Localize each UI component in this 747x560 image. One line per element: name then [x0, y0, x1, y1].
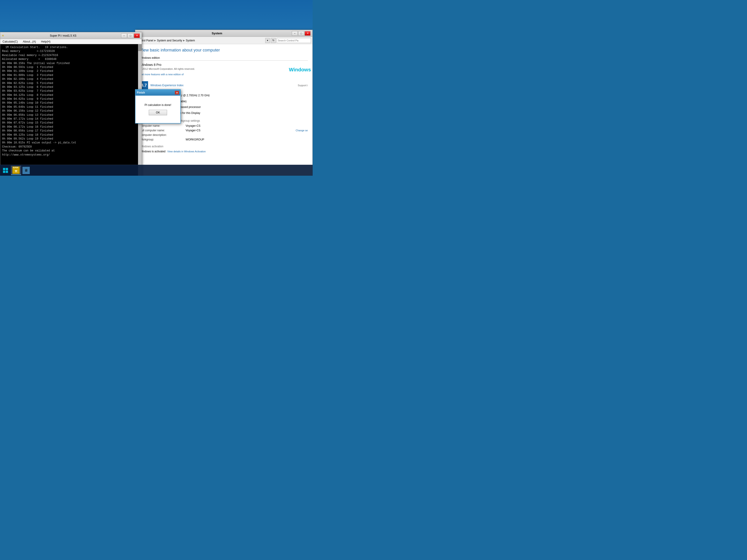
maximize-button[interactable]: □: [127, 33, 133, 38]
taskbar-second-item[interactable]: 🖥: [21, 166, 31, 175]
superpi-window-title: Super PI / mod1.5 XS: [5, 34, 121, 37]
breadcrumb-systemsecurity-label: System and Security: [157, 39, 182, 42]
finish-dialog-message: PI calculation is done!: [145, 103, 172, 107]
breadcrumb-sep-2: ▶: [183, 39, 185, 42]
superpi-pi-symbol: π: [15, 169, 18, 173]
activation-link[interactable]: View details in Windows Activation: [167, 150, 206, 153]
minimize-button[interactable]: −: [121, 33, 127, 38]
windows-edition-section: Windows 8 Pro © 2012 Microsoft Corporati…: [140, 63, 308, 77]
edition-name: Windows 8 Pro: [140, 63, 286, 66]
activation-section-header: Windows activation: [140, 145, 308, 148]
sys-minimize-button[interactable]: −: [292, 31, 298, 36]
full-name-label: Full computer name:: [140, 129, 186, 132]
description-label: Computer description:: [140, 133, 186, 137]
superpi-taskbar-icon: SUPER π: [12, 166, 20, 174]
breadcrumb-system-label: System: [186, 39, 195, 42]
system-titlebar[interactable]: 🖥 System − □ ✕: [135, 30, 312, 37]
start-pane-1: [3, 168, 5, 170]
taskbar-superpi-item[interactable]: SUPER π: [11, 166, 21, 175]
workgroup-label: Workgroup:: [140, 138, 186, 141]
start-pane-2: [6, 168, 8, 170]
finish-dialog-close-button[interactable]: ✕: [175, 91, 179, 95]
superpi-window-controls: − □ ✕: [121, 33, 140, 38]
refresh-button[interactable]: ↻: [271, 38, 276, 43]
breadcrumb-system[interactable]: System: [186, 39, 195, 42]
superpi-window: π Super PI / mod1.5 XS − □ ✕ Calculate(C…: [0, 32, 142, 176]
superpi-menu: Calculate(C) About...(A) Help(H): [0, 39, 141, 44]
workgroup-value: WORKGROUP: [186, 138, 308, 141]
activation-row: Windows is activated View details in Win…: [140, 150, 308, 153]
close-button[interactable]: ✕: [134, 33, 140, 38]
superpi-output: 1M Calculation Start. 19 iterations.Real…: [0, 44, 141, 176]
sys-close-button[interactable]: ✕: [305, 31, 311, 36]
edition-copyright: © 2012 Microsoft Corporation. All rights…: [140, 68, 286, 70]
taskbar-second-icon: 🖥: [22, 167, 30, 174]
upgrade-link[interactable]: Get more features with a new edition of: [140, 73, 184, 76]
superpi-icon-small: π: [2, 34, 4, 37]
description-row: Computer description:: [140, 133, 308, 137]
finish-dialog: Finish ✕ PI calculation is done! OK: [135, 89, 181, 124]
activation-section: Windows activation Windows is activated …: [140, 145, 308, 153]
taskbar: SUPER π 🖥: [0, 165, 313, 176]
menu-help[interactable]: Help(H): [40, 39, 52, 44]
finish-dialog-ok-button[interactable]: OK: [149, 110, 167, 115]
system-window-title: System: [142, 32, 292, 35]
menu-about[interactable]: About...(A): [22, 39, 37, 44]
windows-logo: Windows: [289, 63, 308, 77]
address-bar: Control Panel ▶ System and Security ▶ Sy…: [135, 37, 312, 44]
start-button[interactable]: [1, 166, 10, 175]
win8-logo-grid: [286, 65, 287, 75]
menu-calculate[interactable]: Calculate(C): [1, 39, 19, 44]
start-pane-4: [6, 171, 8, 173]
desktop: π Super PI / mod1.5 XS − □ ✕ Calculate(C…: [0, 0, 313, 176]
finish-dialog-titlebar[interactable]: Finish ✕: [135, 90, 180, 96]
breadcrumb-systemsecurity[interactable]: System and Security: [157, 39, 182, 42]
full-name-value: Voyager-CS: [186, 129, 296, 132]
computer-name-row: Computer name: Voyager-CS: [140, 124, 308, 127]
finish-dialog-title: Finish: [137, 91, 175, 94]
superpi-titlebar[interactable]: π Super PI / mod1.5 XS − □ ✕: [0, 32, 141, 39]
scrollbar-thumb[interactable]: [138, 44, 141, 51]
sys-maximize-button[interactable]: □: [298, 31, 304, 36]
search-input[interactable]: [277, 38, 311, 43]
windows-edition-label: Windows edition: [140, 56, 308, 61]
breadcrumb-sep-1: ▶: [154, 39, 156, 42]
system-heading: View basic information about your comput…: [140, 48, 308, 53]
computer-name-label: Computer name:: [140, 124, 186, 127]
start-pane-3: [3, 171, 5, 173]
full-name-row: Full computer name: Voyager-CS Change se: [140, 129, 308, 132]
workgroup-row: Workgroup: WORKGROUP: [140, 138, 308, 141]
finish-dialog-body: PI calculation is done! OK: [135, 96, 180, 123]
computer-name-value: Voyager-CS: [186, 124, 308, 127]
activation-status: Windows is activated: [140, 150, 165, 153]
address-dropdown-button[interactable]: ▼: [265, 38, 270, 43]
superpi-small-label: SUPER: [13, 167, 18, 168]
performance-section: 4.7 Windows Experience Index Support i: [140, 81, 308, 89]
edition-info: Windows 8 Pro © 2012 Microsoft Corporati…: [140, 63, 286, 76]
change-settings-link[interactable]: Change se: [296, 129, 308, 132]
windows-text: Windows: [289, 67, 311, 73]
support-info: Support i: [298, 84, 308, 87]
system-window-controls: − □ ✕: [292, 31, 311, 36]
wei-label[interactable]: Windows Experience Index: [150, 84, 184, 87]
address-bar-right: ▼ ↻: [265, 38, 311, 43]
